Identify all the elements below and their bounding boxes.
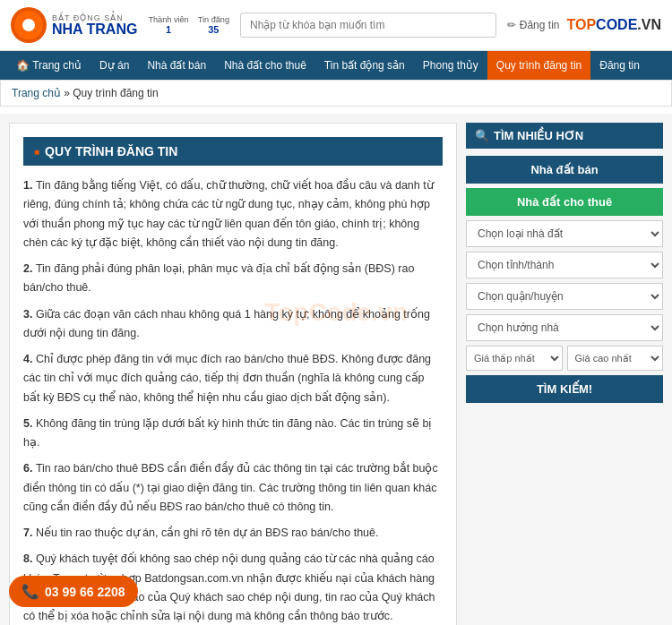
select-loai-nha[interactable]: Chọn loại nhà đất xyxy=(466,220,663,247)
rule-3: 3. Giữa các đoạn văn cách nhau không quá… xyxy=(23,305,443,344)
search-area xyxy=(240,13,496,38)
nav-item-nhadacho[interactable]: Nhà đất cho thuê xyxy=(215,51,315,80)
panel-body: 1. Tin đăng bằng tiếng Việt, có dấu, chữ… xyxy=(23,176,443,625)
header-right: ✏ Đăng tin TOPCODE.VN xyxy=(507,17,661,33)
select-quan-huyen[interactable]: Chọn quận/huyện xyxy=(466,283,663,310)
panel-title: QUY TRÌNH ĐĂNG TIN xyxy=(23,137,443,166)
phone-number: 03 99 66 2208 xyxy=(45,585,125,599)
breadcrumb: Trang chủ » Quy trình đăng tin xyxy=(0,80,672,107)
content-wrapper: QUY TRÌNH ĐĂNG TIN 1. Tin đăng bằng tiến… xyxy=(0,114,672,625)
main-nav: 🏠 Trang chủ Dự án Nhà đất bán Nhà đất ch… xyxy=(0,51,672,80)
header-stats: Thành viên 1 Tin đăng 35 xyxy=(148,15,229,35)
select-gia-thap[interactable]: Giá thấp nhất xyxy=(466,346,563,371)
rule-6: 6. Tin rao bán/cho thuê BĐS cần điền đầy… xyxy=(23,459,443,517)
select-huong-nha[interactable]: Chọn hướng nhà xyxy=(466,314,663,341)
logo-main-text: NHA TRANG xyxy=(52,22,137,37)
site-header: BẤT ĐỘNG SẢN NHA TRANG Thành viên 1 Tin … xyxy=(0,0,672,51)
rule-7: 7. Nếu tin rao thuộc dự án, cần ghi rõ t… xyxy=(23,524,443,543)
rule-4: 4. Chỉ được phép đăng tin với mục đích r… xyxy=(23,350,443,407)
select-tinh-thanh[interactable]: Chọn tỉnh/thành xyxy=(466,252,663,278)
logo-icon xyxy=(11,7,47,43)
dang-tin-link[interactable]: ✏ Đăng tin xyxy=(507,19,559,31)
member-stat: Thành viên 1 xyxy=(148,15,188,35)
rule-1: 1. Tin đăng bằng tiếng Việt, có dấu, chữ… xyxy=(23,176,443,253)
topcode-logo: TOPCODE.VN xyxy=(566,17,661,33)
nav-item-home[interactable]: 🏠 Trang chủ xyxy=(7,51,90,80)
topcode-badge: TOPCODE.VN xyxy=(566,17,661,33)
main-panel: QUY TRÌNH ĐĂNG TIN 1. Tin đăng bằng tiến… xyxy=(9,123,457,625)
breadcrumb-home[interactable]: Trang chủ xyxy=(12,87,61,99)
post-stat: Tin đăng 35 xyxy=(198,15,229,35)
nav-item-tin[interactable]: Tin bất động sản xyxy=(315,51,414,80)
logo-text-block: BẤT ĐỘNG SẢN NHA TRANG xyxy=(52,13,137,37)
logo[interactable]: BẤT ĐỘNG SẢN NHA TRANG xyxy=(11,7,137,43)
search-input[interactable] xyxy=(240,13,496,38)
btn-tim-kiem[interactable]: TÌM KIẾM! xyxy=(466,375,663,403)
sidebar-search-title: 🔍 TÌM NHIỀU HƠN xyxy=(466,123,663,149)
sidebar: 🔍 TÌM NHIỀU HƠN Nhà đất bán Nhà đất cho … xyxy=(466,123,663,625)
select-gia-cao[interactable]: Giá cao nhất xyxy=(567,346,664,371)
btn-nha-dat-ban[interactable]: Nhà đất bán xyxy=(466,156,663,184)
nav-item-duan[interactable]: Dự án xyxy=(90,51,138,80)
nav-item-phongthuy[interactable]: Phong thủy xyxy=(414,51,487,80)
phone-button[interactable]: 📞 03 99 66 2208 xyxy=(9,576,138,607)
btn-nha-dat-thue[interactable]: Nhà đất cho thuê xyxy=(466,188,663,216)
nav-item-quytrinh[interactable]: Quy trình đăng tin xyxy=(487,51,590,80)
rule-5: 5. Không đăng tin trùng lặp dưới bất kỳ … xyxy=(23,415,443,453)
breadcrumb-current: Quy trình đăng tin xyxy=(73,87,158,99)
phone-icon: 📞 xyxy=(22,583,39,600)
price-row: Giá thấp nhất Giá cao nhất xyxy=(466,346,663,371)
rule-2: 2. Tin đăng phải đúng phân loại, phân mụ… xyxy=(23,260,443,298)
nav-item-nhadatban[interactable]: Nhà đất bán xyxy=(138,51,215,80)
nav-item-dangtin[interactable]: Đăng tin xyxy=(590,51,649,80)
main-content: QUY TRÌNH ĐĂNG TIN 1. Tin đăng bằng tiến… xyxy=(9,123,457,625)
